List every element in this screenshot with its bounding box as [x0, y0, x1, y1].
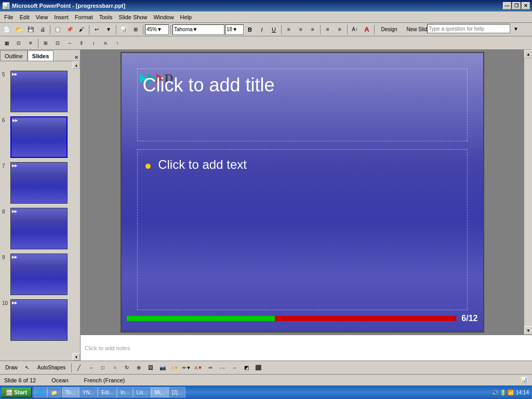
fontcolor-btn[interactable]: A▼	[193, 362, 204, 374]
panel-close-btn[interactable]: ✕	[73, 54, 80, 61]
3d-btn[interactable]: ⬛	[252, 362, 264, 374]
insert-chart-btn[interactable]: 📊	[118, 24, 129, 35]
tb2-btn4[interactable]: ⊞	[40, 37, 51, 49]
scroll-track[interactable]	[524, 58, 532, 326]
notes-area[interactable]: Click to add notes	[81, 335, 532, 361]
rect-btn[interactable]: □	[97, 362, 109, 374]
slide-thumb-10[interactable]: 10 ▶▶	[2, 299, 78, 341]
font-dropdown[interactable]: Tahoma▼	[172, 24, 224, 35]
taskbar-2[interactable]: [2]...	[168, 387, 185, 397]
design-btn[interactable]: Design	[376, 24, 402, 35]
slide-title-box[interactable]: Click to add title	[137, 69, 468, 141]
taskbar-yn[interactable]: YN...	[79, 387, 98, 397]
slide-canvas[interactable]: D Click to add title Click to add text	[121, 52, 484, 332]
taskbar-mi[interactable]: Mi...	[151, 387, 168, 397]
slides-scroll-down[interactable]: ▼	[73, 353, 80, 361]
list-btn[interactable]: ≡	[322, 24, 334, 35]
taskbar-to[interactable]: To...	[62, 387, 79, 397]
arrowstyle-btn[interactable]: →	[229, 362, 240, 374]
numlist-btn[interactable]: ≡	[334, 24, 345, 35]
insert-table-btn[interactable]: ⊞	[130, 24, 141, 35]
rotate-btn[interactable]: ↻	[121, 362, 132, 374]
dashstyle-btn[interactable]: - -	[217, 362, 228, 374]
slide-title-text[interactable]: Click to add title	[143, 74, 462, 96]
draw-btn[interactable]: Draw	[2, 362, 21, 374]
italic-btn[interactable]: I	[256, 24, 268, 35]
paste-btn[interactable]: 📌	[64, 24, 75, 35]
line-btn[interactable]: ╱	[73, 362, 85, 374]
font-color-btn[interactable]: A	[361, 24, 373, 35]
align-left-btn[interactable]: ≡	[283, 24, 295, 35]
align-right-btn[interactable]: ≡	[307, 24, 318, 35]
tb2-btn1[interactable]: ▦	[1, 37, 12, 49]
slide-thumb-8[interactable]: 8 ▶▶	[2, 208, 78, 249]
search-arrow[interactable]: ▼	[510, 23, 522, 34]
tb2-btn9[interactable]: A	[100, 37, 111, 49]
undo-btn[interactable]: ↩	[91, 24, 102, 35]
fillcolor-btn[interactable]: A▼	[169, 362, 180, 374]
bold-btn[interactable]: B	[244, 24, 256, 35]
minimize-button[interactable]: —	[503, 2, 511, 9]
save-btn[interactable]: 💾	[25, 24, 36, 35]
slide-thumb-6[interactable]: 6 ▶▶	[2, 116, 78, 158]
menu-edit[interactable]: Edit	[17, 13, 33, 21]
slide-img-7[interactable]: ▶▶	[10, 162, 68, 204]
menu-insert[interactable]: Insert	[51, 13, 72, 21]
taskbar-in[interactable]: In...	[117, 387, 133, 397]
taskbar-ie[interactable]: 🌐	[34, 387, 47, 397]
linecolor-btn[interactable]: ✏▼	[181, 362, 192, 374]
format-painter-btn[interactable]: 🖌	[76, 24, 87, 35]
taskbar-folder[interactable]: 📁	[47, 387, 61, 397]
slide-img-5[interactable]: ▶▶	[10, 71, 68, 112]
slides-scroll-up[interactable]: ▲	[73, 61, 80, 69]
font-size-up[interactable]: A↑	[349, 24, 361, 35]
start-button[interactable]: 🪟 Start	[1, 387, 32, 397]
slide-img-8[interactable]: ▶▶	[10, 208, 68, 249]
arrow-btn[interactable]: →	[85, 362, 97, 374]
open-btn[interactable]: 📂	[13, 24, 24, 35]
view-icon[interactable]: 📊	[521, 377, 528, 383]
taskbar-edi[interactable]: Edi...	[98, 387, 117, 397]
tb2-btn6[interactable]: ↔	[64, 37, 75, 49]
menu-tools[interactable]: Tools	[96, 13, 116, 21]
slide-thumb-9[interactable]: 9 ▶▶	[2, 254, 78, 295]
slide-img-10[interactable]: ▶▶	[10, 299, 68, 341]
tb2-btn7[interactable]: ⇕	[76, 37, 87, 49]
tab-outline[interactable]: Outline	[0, 50, 28, 61]
tb2-btn10[interactable]: ↑	[112, 37, 123, 49]
slide-content-text[interactable]: Click to add text	[145, 157, 459, 172]
oval-btn[interactable]: ○	[109, 362, 121, 374]
menu-view[interactable]: View	[33, 13, 51, 21]
scroll-up-btn[interactable]: ▲	[524, 50, 532, 58]
restore-button[interactable]: ❐	[512, 2, 521, 9]
tb2-btn5[interactable]: ⊡	[52, 37, 63, 49]
slide-content-box[interactable]: Click to add text	[137, 149, 468, 310]
menu-file[interactable]: File	[1, 13, 17, 21]
select-arrow-btn[interactable]: ↖	[21, 362, 33, 374]
image-btn[interactable]: 📷	[157, 362, 168, 374]
menu-slideshow[interactable]: Slide Show	[115, 13, 150, 21]
menu-format[interactable]: Format	[72, 13, 96, 21]
tb2-btn8[interactable]: ↕	[88, 37, 99, 49]
autoshapes-btn[interactable]: AutoShapes	[33, 362, 70, 374]
slide-img-9[interactable]: ▶▶	[10, 254, 68, 295]
fontsize-dropdown[interactable]: 18▼	[225, 24, 244, 35]
tb2-btn2[interactable]: ⊡	[13, 37, 24, 49]
linestyle-btn[interactable]: ═	[205, 362, 216, 374]
copy-btn[interactable]: 📋	[52, 24, 63, 35]
scroll-down-btn[interactable]: ▼	[524, 326, 532, 335]
menu-help[interactable]: Help	[177, 13, 195, 21]
close-button[interactable]: ✕	[522, 2, 530, 9]
zoom-dropdown[interactable]: 45%▼	[145, 24, 169, 35]
tb2-btn3[interactable]: ✕	[25, 37, 36, 49]
tab-slides[interactable]: Slides	[28, 50, 54, 61]
clipart-btn[interactable]: 🖼	[145, 362, 156, 374]
align-center-btn[interactable]: ≡	[295, 24, 307, 35]
underline-btn[interactable]: U	[268, 24, 280, 35]
diagram-btn[interactable]: ⊕	[133, 362, 144, 374]
undo-arrow[interactable]: ▼	[103, 24, 114, 35]
search-input[interactable]	[427, 24, 510, 33]
menu-window[interactable]: Window	[150, 13, 177, 21]
slide-thumb-7[interactable]: 7 ▶▶	[2, 162, 78, 204]
taskbar-lis[interactable]: Lis...	[133, 387, 151, 397]
